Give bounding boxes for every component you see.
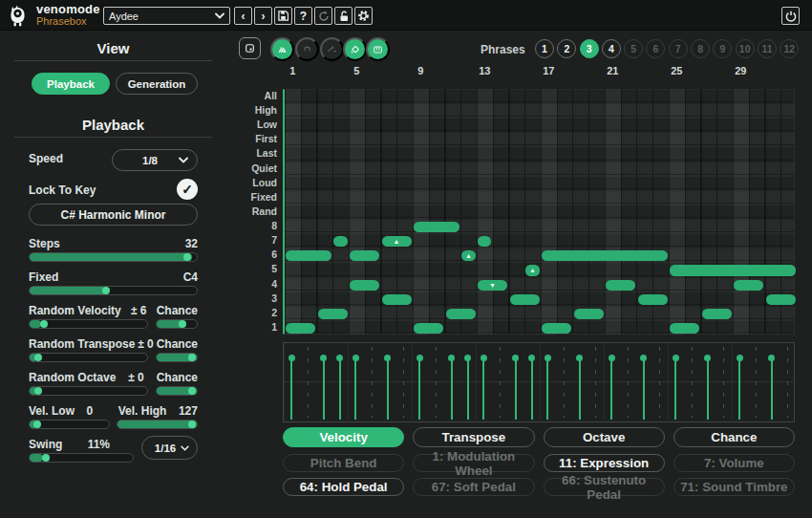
velocity-bar[interactable] xyxy=(707,357,709,420)
velocity-bar[interactable] xyxy=(467,357,469,420)
tab-generation[interactable]: Generation xyxy=(116,73,198,95)
velocity-bar-handle[interactable] xyxy=(545,355,551,361)
note-block[interactable] xyxy=(382,294,412,305)
lane-button-pitch-bend[interactable]: Pitch Bend xyxy=(283,454,404,472)
slider-knob[interactable] xyxy=(102,287,110,294)
phrase-button-8[interactable]: 8 xyxy=(691,39,710,58)
note-block[interactable] xyxy=(766,294,796,305)
phrase-button-7[interactable]: 7 xyxy=(669,39,688,58)
velocity-bar-handle[interactable] xyxy=(288,355,295,361)
velocity-empty-step[interactable] xyxy=(659,347,660,418)
velocity-bar[interactable] xyxy=(771,357,773,420)
note-block[interactable] xyxy=(542,250,668,261)
refresh-button[interactable] xyxy=(314,7,332,25)
lock-button[interactable] xyxy=(334,7,353,25)
phrase-button-11[interactable]: 11 xyxy=(758,39,777,58)
phrase-button-3[interactable]: 3 xyxy=(580,39,599,58)
velocity-bar[interactable] xyxy=(546,357,548,420)
velocity-bar-handle[interactable] xyxy=(528,355,535,361)
keyboard-tool-button[interactable] xyxy=(366,37,390,61)
note-block[interactable] xyxy=(318,309,348,319)
slider-knob[interactable] xyxy=(40,320,48,328)
lane-button-71-sound-timbre[interactable]: 71: Sound Timbre xyxy=(673,478,795,496)
swing-grid-dropdown[interactable]: 1/16 xyxy=(141,436,198,460)
note-block[interactable] xyxy=(606,280,635,291)
velocity-bar[interactable] xyxy=(531,357,533,420)
random-velocity-slider[interactable] xyxy=(29,319,148,329)
note-block[interactable] xyxy=(414,222,459,232)
velocity-bar-handle[interactable] xyxy=(737,355,743,361)
step-sequencer-grid[interactable]: ▲▲▲▼ xyxy=(283,89,795,335)
velocity-bar-handle[interactable] xyxy=(576,355,583,361)
velocity-bar[interactable] xyxy=(354,357,356,420)
notes-tool-button[interactable] xyxy=(270,37,294,61)
note-block[interactable] xyxy=(638,294,668,305)
velocity-empty-step[interactable] xyxy=(372,347,373,418)
settings-button[interactable] xyxy=(354,7,373,25)
note-block[interactable] xyxy=(734,280,763,291)
lock-to-key-checkbox[interactable]: ✓ xyxy=(177,179,198,200)
velocity-empty-step[interactable] xyxy=(595,347,596,418)
velocity-bar[interactable] xyxy=(610,357,612,420)
note-block[interactable] xyxy=(286,323,315,334)
tab-playback[interactable]: Playback xyxy=(32,73,110,95)
paint-tool-button[interactable] xyxy=(343,37,367,61)
lane-button-chance[interactable]: Chance xyxy=(673,427,795,447)
velocity-lane[interactable] xyxy=(283,342,795,422)
random-octave-slider[interactable] xyxy=(29,386,148,396)
swing-slider[interactable] xyxy=(29,453,134,463)
slider-knob[interactable] xyxy=(188,354,196,361)
help-button[interactable]: ? xyxy=(294,7,312,25)
line-tool-button[interactable] xyxy=(320,37,344,61)
note-block[interactable] xyxy=(574,309,604,319)
velocity-bar[interactable] xyxy=(482,357,484,420)
phrase-button-10[interactable]: 10 xyxy=(736,39,755,58)
note-block[interactable] xyxy=(446,309,476,319)
slider-knob[interactable] xyxy=(34,354,42,361)
preset-selector[interactable]: Aydee xyxy=(103,7,230,25)
random-octave-chance-slider[interactable] xyxy=(156,386,198,396)
velocity-bar[interactable] xyxy=(643,357,645,420)
lane-button-velocity[interactable]: Velocity xyxy=(283,427,404,447)
note-block[interactable] xyxy=(350,280,379,291)
slider-knob[interactable] xyxy=(33,421,41,428)
velocity-bar-handle[interactable] xyxy=(704,355,711,361)
velocity-bar[interactable] xyxy=(323,357,325,420)
velocity-bar-handle[interactable] xyxy=(384,355,391,361)
velocity-bar-handle[interactable] xyxy=(417,355,423,361)
fixed-slider[interactable] xyxy=(29,286,198,295)
note-block[interactable]: ▼ xyxy=(478,280,507,291)
slider-knob[interactable] xyxy=(179,320,186,328)
phrase-button-2[interactable]: 2 xyxy=(557,39,576,58)
lane-button-64-hold-pedal[interactable]: 64: Hold Pedal xyxy=(283,478,404,496)
vel-high-slider[interactable] xyxy=(117,420,198,429)
slider-knob[interactable] xyxy=(183,253,191,261)
velocity-empty-step[interactable] xyxy=(756,347,757,418)
note-block[interactable] xyxy=(670,265,796,275)
lane-button-7-volume[interactable]: 7: Volume xyxy=(673,454,795,472)
note-block[interactable] xyxy=(350,250,379,261)
phrase-button-5[interactable]: 5 xyxy=(624,39,643,58)
velocity-empty-step[interactable] xyxy=(692,347,693,418)
phrase-button-9[interactable]: 9 xyxy=(713,39,732,58)
lane-button-octave[interactable]: Octave xyxy=(544,427,665,447)
speed-dropdown[interactable]: 1/8 xyxy=(112,149,198,171)
velocity-bar-handle[interactable] xyxy=(481,355,487,361)
lane-button-66-sustenuto-pedal[interactable]: 66: Sustenuto Pedal xyxy=(544,478,665,496)
velocity-bar[interactable] xyxy=(738,357,740,420)
slider-knob[interactable] xyxy=(188,421,196,428)
note-block[interactable] xyxy=(542,323,571,334)
velocity-bar[interactable] xyxy=(339,357,341,420)
velocity-empty-step[interactable] xyxy=(403,347,404,418)
power-button[interactable] xyxy=(781,7,800,25)
lane-button-1-modulation-wheel[interactable]: 1: Modulation Wheel xyxy=(413,454,534,472)
note-block[interactable] xyxy=(702,309,732,319)
note-block[interactable] xyxy=(670,323,699,334)
velocity-bar[interactable] xyxy=(387,357,389,420)
phrase-button-12[interactable]: 12 xyxy=(780,39,799,58)
prev-preset-button[interactable]: ‹ xyxy=(234,7,252,25)
note-block[interactable]: ▲ xyxy=(382,236,412,247)
slider-knob[interactable] xyxy=(42,454,50,462)
phrase-button-6[interactable]: 6 xyxy=(646,39,665,58)
velocity-empty-step[interactable] xyxy=(308,347,309,418)
